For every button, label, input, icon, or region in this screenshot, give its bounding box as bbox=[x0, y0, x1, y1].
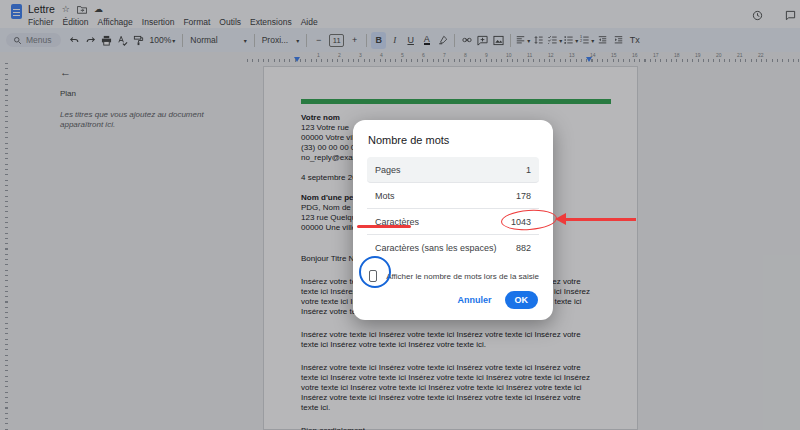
red-arrowhead-icon bbox=[555, 213, 566, 225]
dialog-title: Nombre de mots bbox=[368, 134, 539, 146]
google-docs-window: Lettre ☆ ☁ Fichier Édition Affichage Ins… bbox=[0, 0, 800, 430]
stat-label: Caractères (sans les espaces) bbox=[375, 243, 497, 253]
red-arrow-annotation bbox=[565, 218, 636, 221]
stat-row-words: Mots 178 bbox=[367, 183, 539, 209]
stat-value: 1 bbox=[526, 165, 531, 175]
red-underline-annotation bbox=[357, 225, 411, 228]
checkbox-label: Afficher le nombre de mots lors de la sa… bbox=[386, 272, 539, 281]
stat-value: 178 bbox=[516, 191, 531, 201]
stat-row-characters-no-spaces: Caractères (sans les espaces) 882 bbox=[367, 235, 539, 260]
blue-circle-annotation bbox=[359, 256, 391, 288]
stat-label: Pages bbox=[375, 165, 401, 175]
ok-button[interactable]: OK bbox=[505, 291, 539, 309]
stat-row-pages: Pages 1 bbox=[367, 157, 539, 183]
stat-value: 882 bbox=[516, 243, 531, 253]
stat-label: Mots bbox=[375, 191, 395, 201]
cancel-button[interactable]: Annuler bbox=[457, 295, 491, 305]
